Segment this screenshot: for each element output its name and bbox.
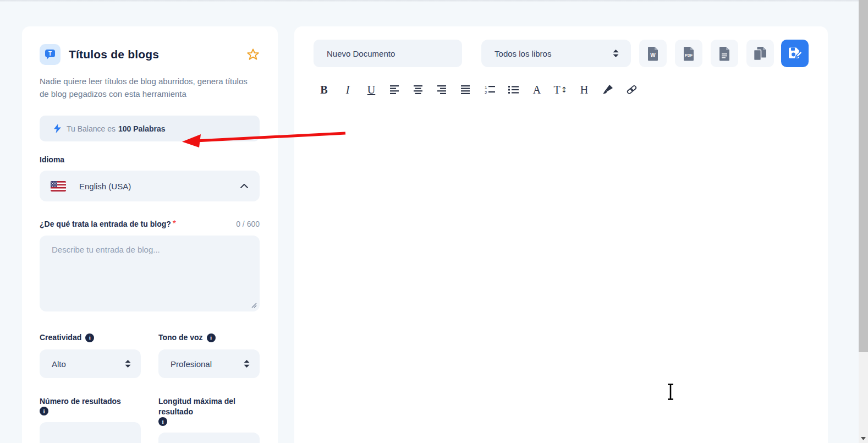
save-document-button[interactable] [781, 40, 809, 67]
text-size-button[interactable]: T ↕ [550, 81, 571, 99]
creativity-value: Alto [52, 359, 66, 369]
num-results-field[interactable] [40, 422, 141, 443]
book-filter-value: Todos los libros [495, 49, 551, 58]
tone-value: Profesional [171, 359, 212, 369]
updown-arrows-icon [125, 360, 131, 368]
tone-label: Tono de voz [158, 332, 203, 343]
creativity-info-icon[interactable]: i [85, 333, 94, 342]
language-label: Idioma [40, 155, 260, 164]
link-icon [626, 84, 638, 95]
link-button[interactable] [621, 81, 642, 99]
svg-text:T: T [48, 51, 52, 57]
word-file-icon: W [647, 46, 659, 61]
scrollbar-down-arrow[interactable] [859, 434, 868, 443]
svg-text:2: 2 [485, 90, 487, 95]
language-value: English (USA) [79, 182, 240, 191]
num-results-info-icon[interactable]: i [40, 407, 48, 415]
tool-settings-panel: T Títulos de blogs Nadie quiere leer tít… [22, 26, 278, 443]
export-pdf-button[interactable]: PDF [675, 40, 702, 67]
svg-text:PDF: PDF [685, 53, 693, 57]
book-filter-select[interactable]: Todos los libros [481, 40, 631, 67]
num-results-label: Número de resultados [40, 396, 121, 407]
document-name-input[interactable] [314, 40, 462, 67]
char-counter: 0 / 600 [236, 220, 260, 228]
document-icon [718, 46, 730, 61]
page-top-shadow [0, 0, 868, 2]
updown-arrows-icon [613, 50, 619, 57]
updown-arrow-icon: ↕ [561, 85, 568, 94]
tool-description: Nadie quiere leer títulos de blog aburri… [40, 75, 254, 100]
max-length-label: Longitud máxima del resultado [158, 396, 244, 417]
underline-button[interactable]: U [361, 81, 382, 99]
ordered-list-button[interactable]: 1 2 [479, 81, 500, 99]
tone-select[interactable]: Profesional [158, 349, 260, 378]
max-length-field[interactable] [158, 433, 260, 443]
usa-flag-icon [51, 181, 66, 192]
align-left-button[interactable] [384, 81, 405, 99]
blog-titles-tool-icon: T [40, 44, 61, 65]
editor-content-area[interactable] [294, 136, 828, 443]
balance-value: 100 Palabras [118, 124, 166, 133]
formatting-toolbar: B I U [314, 81, 809, 99]
page-title: Títulos de blogs [69, 48, 246, 61]
italic-button[interactable]: I [337, 81, 358, 99]
bold-button[interactable]: B [314, 81, 334, 99]
export-word-button[interactable]: W [639, 40, 667, 67]
max-length-info-icon[interactable]: i [158, 417, 167, 426]
brush-icon [602, 84, 613, 95]
balance-prefix: Tu Balance es [67, 124, 116, 133]
pdf-file-icon: PDF [683, 46, 695, 61]
heading-button[interactable]: H [574, 81, 595, 99]
scrollbar-thumb[interactable] [859, 0, 868, 352]
plain-document-button[interactable] [711, 40, 738, 67]
align-center-button[interactable] [408, 81, 429, 99]
page-scrollbar[interactable] [859, 0, 868, 443]
bullet-list-button[interactable] [503, 81, 524, 99]
required-asterisk: * [173, 219, 176, 228]
svg-text:1: 1 [485, 85, 487, 90]
svg-text:W: W [650, 52, 656, 58]
language-select[interactable]: English (USA) [40, 171, 260, 201]
lightning-bolt-icon [54, 124, 61, 133]
copy-icon [753, 46, 767, 61]
save-edit-icon [788, 47, 802, 60]
paint-brush-button[interactable] [597, 81, 618, 99]
topic-label-row: ¿De qué trata la entrada de tu blog?* [40, 219, 236, 229]
tone-info-icon[interactable]: i [207, 333, 216, 342]
topic-textarea[interactable] [40, 236, 260, 311]
copy-button[interactable] [746, 40, 774, 67]
align-justify-button[interactable] [455, 81, 476, 99]
creativity-label: Creatividad [40, 332, 81, 343]
creativity-select[interactable]: Alto [40, 349, 141, 378]
topic-label: ¿De qué trata la entrada de tu blog? [40, 220, 171, 228]
chevron-up-icon [240, 183, 249, 189]
align-right-button[interactable] [432, 81, 453, 99]
favorite-star-icon[interactable] [246, 48, 260, 61]
document-editor-panel: Todos los libros W [294, 26, 828, 443]
tool-header: T Títulos de blogs [40, 44, 260, 65]
font-color-button[interactable]: A [526, 81, 547, 99]
balance-bar: Tu Balance es 100 Palabras [40, 116, 260, 141]
updown-arrows-icon [244, 360, 250, 368]
